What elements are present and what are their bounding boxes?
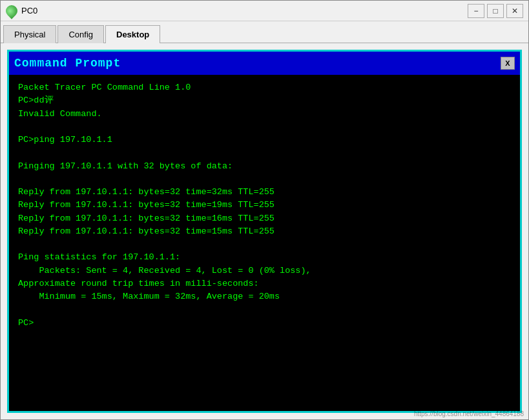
tab-config[interactable]: Config: [57, 25, 104, 43]
maximize-button[interactable]: □: [487, 4, 504, 18]
window-title: PC0: [21, 6, 37, 15]
desktop-content: Command Prompt X Packet Tracer PC Comman…: [1, 43, 528, 419]
main-window: PC0 − □ ✕ Physical Config Desktop Comman…: [0, 0, 529, 420]
command-prompt-window: Command Prompt X Packet Tracer PC Comman…: [7, 50, 522, 413]
title-bar-left: PC0: [6, 5, 37, 17]
app-icon: [3, 3, 19, 19]
cmd-output[interactable]: Packet Tracer PC Command Line 1.0 PC>dd评…: [9, 75, 520, 411]
title-bar-controls: − □ ✕: [468, 4, 523, 18]
title-bar: PC0 − □ ✕: [1, 1, 528, 21]
minimize-button[interactable]: −: [468, 4, 484, 18]
cmd-close-button[interactable]: X: [501, 57, 515, 70]
tab-physical[interactable]: Physical: [3, 25, 56, 43]
cmd-title-text: Command Prompt: [14, 57, 121, 70]
tab-desktop[interactable]: Desktop: [105, 25, 160, 43]
close-button[interactable]: ✕: [506, 4, 523, 18]
tab-bar: Physical Config Desktop: [1, 21, 528, 43]
cmd-title-bar: Command Prompt X: [9, 52, 520, 75]
